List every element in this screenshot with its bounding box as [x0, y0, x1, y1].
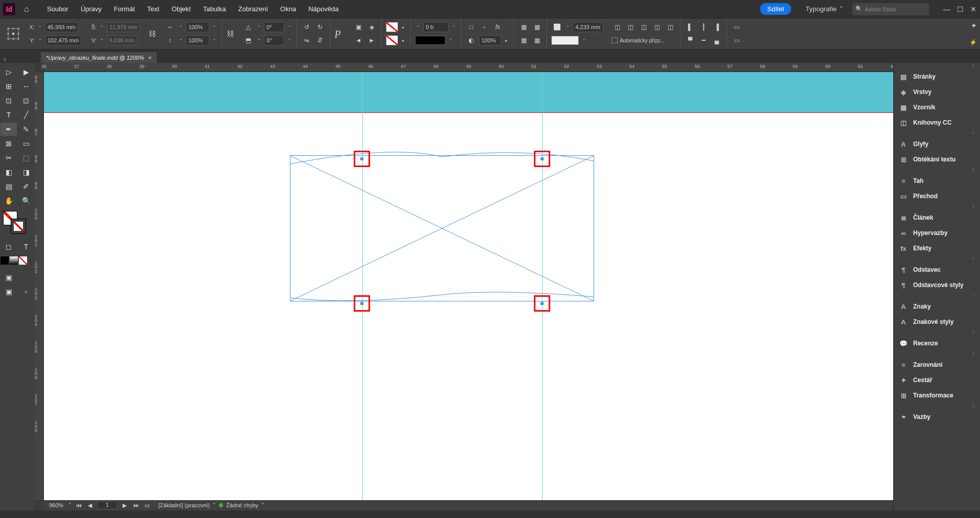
preflight-errors[interactable]: Žádné chyby: [226, 502, 258, 508]
last-page-icon[interactable]: ⏭: [132, 502, 140, 508]
cr-dd[interactable]: ⌃: [565, 25, 571, 30]
share-button[interactable]: Sdílet: [760, 3, 791, 15]
wrap-jump-icon[interactable]: ▦: [531, 35, 543, 46]
panel-item-glyfy[interactable]: AGlyfy: [894, 136, 980, 152]
x-dropdown[interactable]: ⌃: [37, 25, 43, 30]
panel-item-vrstvy[interactable]: ◈Vrstvy: [894, 84, 980, 100]
panel-item-tah[interactable]: ≡Tah: [894, 173, 980, 189]
profile-dropdown-icon[interactable]: ˅: [213, 502, 216, 509]
y-field[interactable]: 102,475 mm: [45, 35, 81, 45]
fill-swatch[interactable]: [386, 22, 398, 32]
minimize-button[interactable]: —: [943, 6, 950, 13]
anchor-square[interactable]: [534, 295, 550, 312]
corner-size-field[interactable]: 4,233 mm: [573, 22, 603, 32]
graphic-frame[interactable]: [290, 155, 594, 301]
corner-icon[interactable]: ⬜: [551, 21, 562, 33]
page-tool[interactable]: ⊞: [1, 80, 17, 93]
panel-item-zarovnání[interactable]: ≡Zarovnání: [894, 357, 980, 372]
fill-dd[interactable]: ▸: [400, 25, 406, 30]
align-right-icon[interactable]: ▐: [711, 21, 722, 33]
sw-dd2[interactable]: ˅: [451, 25, 457, 30]
constrain-scale-icon[interactable]: ⛓: [226, 30, 234, 38]
scale-x-field[interactable]: 100%: [186, 22, 209, 32]
gap-tool[interactable]: ↔: [18, 80, 34, 93]
scissors-tool[interactable]: ✂: [1, 151, 17, 164]
menu-help[interactable]: Nápověda: [302, 2, 345, 16]
wrap-none-icon[interactable]: ▦: [518, 21, 529, 33]
content-collector-tool[interactable]: ⊡: [1, 94, 17, 107]
flip-h-icon[interactable]: ⇋: [301, 35, 312, 46]
align-top-icon[interactable]: ▀: [684, 35, 696, 46]
panel-item-odstavcové-styly[interactable]: ¶Odstavcové styly: [894, 277, 980, 293]
wrap-shape-icon[interactable]: ▦: [518, 35, 529, 46]
hand-tool[interactable]: ✋: [1, 194, 17, 207]
menu-file[interactable]: Soubor: [41, 2, 75, 16]
free-transform-tool[interactable]: ⬚: [18, 151, 34, 164]
panel-item-článek[interactable]: ≣Článek: [894, 210, 980, 225]
apply-none-icon[interactable]: [19, 256, 27, 265]
document-tab[interactable]: *Upravy_obrazku_finale.indd @ 1200% ×: [41, 52, 157, 63]
panel-grip-icon[interactable]: ⠿: [3, 57, 7, 63]
sy-dropdown[interactable]: ⌃: [178, 38, 184, 43]
line-tool[interactable]: ╱: [18, 108, 34, 122]
anchor-square[interactable]: [354, 295, 370, 312]
h-dropdown[interactable]: ⌃: [99, 38, 105, 43]
panel-item-vzorník[interactable]: ▦Vzorník: [894, 100, 980, 115]
next-page-icon[interactable]: ▶: [120, 502, 129, 509]
panel-item-cestář[interactable]: ✦Cestář: [894, 372, 980, 388]
anchor-square[interactable]: [534, 151, 550, 167]
align-hc-icon[interactable]: ┃: [698, 21, 709, 33]
fill-stroke-indicator[interactable]: [3, 211, 32, 237]
rectangle-tool[interactable]: ▭: [18, 137, 34, 150]
stroke-weight-field[interactable]: 0 b: [423, 22, 449, 32]
zoom-field[interactable]: 960%: [47, 502, 65, 508]
home-icon[interactable]: ⌂: [20, 3, 33, 15]
note-tool[interactable]: ▤: [1, 180, 17, 193]
direct-selection-tool[interactable]: ▶: [18, 65, 34, 79]
select-next-icon[interactable]: ►: [366, 35, 377, 46]
x-field[interactable]: 45,993 mm: [45, 22, 78, 32]
align-bottom-icon[interactable]: ▄: [711, 35, 722, 46]
anchor-square[interactable]: [354, 151, 370, 167]
rot-dd2[interactable]: ˅: [286, 25, 292, 30]
sh-dd2[interactable]: ˅: [286, 38, 292, 43]
first-page-icon[interactable]: ⏮: [75, 502, 83, 508]
panel-item-efekty[interactable]: fxEfekty: [894, 241, 980, 256]
gradient-swatch-tool[interactable]: ◧: [1, 166, 17, 179]
sx-dd[interactable]: ˅: [211, 25, 217, 30]
gear-icon[interactable]: ✦: [971, 21, 977, 30]
rot-dd[interactable]: ⌃: [256, 25, 262, 30]
eyedropper-tool[interactable]: ✐: [18, 180, 34, 193]
stroke-color-icon[interactable]: [11, 219, 26, 233]
scale-y-field[interactable]: 100%: [186, 35, 209, 45]
close-tab-icon[interactable]: ×: [148, 55, 151, 61]
workspace-switcher[interactable]: Typografie ˅: [801, 3, 847, 15]
horizontal-ruler[interactable]: 3637383940414243444546474849505152535455…: [44, 63, 893, 72]
y-dropdown[interactable]: ⌃: [37, 38, 43, 43]
rotate-cw-icon[interactable]: ↻: [314, 21, 326, 33]
constrain-wh-icon[interactable]: ⛓: [148, 30, 156, 38]
search-input[interactable]: 🔍 Adobe Stock: [852, 3, 929, 15]
panel-item-hypervazby[interactable]: ∞Hypervazby: [894, 225, 980, 241]
spread-icon[interactable]: ▭: [143, 502, 151, 509]
apply-gradient-icon[interactable]: [10, 256, 18, 265]
fit-content-icon[interactable]: ◫: [638, 21, 649, 33]
errors-dropdown-icon[interactable]: ˅: [261, 502, 264, 509]
rectangle-frame-tool[interactable]: ⊠: [1, 137, 17, 150]
close-button[interactable]: ✕: [970, 6, 977, 13]
menu-table[interactable]: Tabulka: [197, 2, 232, 16]
dist-2-icon[interactable]: ▭: [731, 35, 742, 46]
zoom-dropdown-icon[interactable]: ˅: [68, 502, 71, 509]
sy-dd[interactable]: ˅: [211, 38, 217, 43]
menu-view[interactable]: Zobrazení: [232, 2, 275, 16]
screen-mode2-icon[interactable]: ▫: [18, 285, 34, 298]
apply-text-icon[interactable]: T: [18, 240, 34, 253]
zoom-tool[interactable]: 🔍: [18, 194, 34, 207]
sx-dropdown[interactable]: ⌃: [178, 25, 184, 30]
drop-shadow-icon[interactable]: □: [465, 21, 477, 33]
stroke-dd[interactable]: ▸: [400, 38, 406, 43]
preflight-profile[interactable]: [Základní] (pracovní): [158, 502, 210, 508]
menu-window[interactable]: Okna: [274, 2, 302, 16]
panel-item-knihovny-cc[interactable]: ◫Knihovny CC: [894, 115, 980, 130]
gradient-feather-tool[interactable]: ◨: [18, 166, 34, 179]
